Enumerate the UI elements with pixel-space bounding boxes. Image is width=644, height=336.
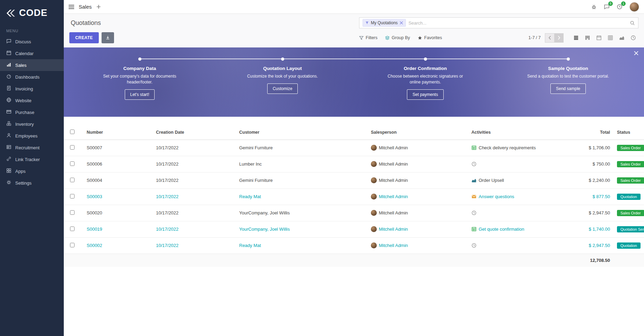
clock-icon	[471, 161, 477, 167]
search-input[interactable]	[408, 20, 627, 26]
grand-total: 12,708.50	[590, 258, 610, 263]
column-header-total[interactable]: Total	[572, 125, 613, 140]
main-content: Sales 5 1 Quotations	[64, 0, 644, 336]
kanban-view-button[interactable]	[582, 33, 593, 43]
status-badge: Sales Order	[617, 177, 644, 184]
menu-section-label: MENU	[0, 24, 64, 36]
onboarding-step-sample-quotation: Sample Quotation Send a quotation to tes…	[497, 58, 639, 100]
quotations-table: Number Creation Date Customer Salesperso…	[64, 125, 644, 267]
search-icon[interactable]	[630, 20, 635, 26]
sidebar-item-inventory[interactable]: Inventory	[0, 118, 64, 130]
row-checkbox[interactable]	[70, 243, 75, 247]
status-badge: Quotation Sent	[617, 226, 644, 232]
table-row[interactable]: S00020 10/17/2022 YourCompany, Joel Will…	[64, 205, 644, 221]
salesperson-avatar	[371, 242, 377, 248]
pager-next-button[interactable]	[554, 33, 564, 43]
salesperson-avatar	[371, 177, 377, 183]
activity-view-icon	[630, 35, 636, 41]
sidebar-item-settings[interactable]: Settings	[0, 177, 64, 189]
quotations-list: Number Creation Date Customer Salesperso…	[64, 117, 644, 267]
table-row[interactable]: S00003 10/17/2022 Ready Mat Mitchell Adm…	[64, 188, 644, 205]
column-header-number[interactable]: Number	[83, 125, 153, 140]
user-avatar[interactable]	[629, 2, 639, 12]
send-sample-button[interactable]: Send sample	[550, 83, 586, 94]
row-checkbox[interactable]	[70, 194, 75, 198]
table-row[interactable]: S00004 10/17/2022 Gemini Furniture Mitch…	[64, 172, 644, 188]
badge-icon	[6, 144, 11, 151]
table-row[interactable]: S00019 10/17/2022 YourCompany, Joel Will…	[64, 221, 644, 237]
status-badge: Sales Order	[617, 161, 644, 167]
boxes-icon	[6, 121, 11, 127]
salesperson-avatar	[371, 145, 377, 151]
search-facet[interactable]: My Quotations	[363, 19, 406, 27]
row-checkbox[interactable]	[70, 178, 75, 182]
row-checkbox[interactable]	[70, 161, 75, 166]
link-icon	[6, 156, 11, 162]
column-header-activities[interactable]: Activities	[468, 125, 572, 140]
select-all-checkbox[interactable]	[70, 130, 75, 134]
sidebar-item-link-tracker[interactable]: Link Tracker	[0, 153, 64, 165]
list-view-icon	[573, 35, 579, 41]
sidebar: CODE MENU Discuss Calendar Sales Dashboa…	[0, 0, 64, 336]
sidebar-item-apps[interactable]: Apps	[0, 165, 64, 177]
pivot-view-icon	[608, 35, 613, 41]
sidebar-item-employees[interactable]: Employees	[0, 130, 64, 142]
filters-button[interactable]: Filters	[359, 35, 377, 40]
create-button[interactable]: CREATE	[69, 32, 99, 43]
column-header-status[interactable]: Status	[613, 125, 644, 140]
sidebar-item-calendar[interactable]: Calendar	[0, 47, 64, 59]
table-row[interactable]: S00002 10/17/2022 Ready Mat Mitchell Adm…	[64, 237, 644, 254]
document-icon	[6, 86, 11, 92]
pivot-view-button[interactable]	[605, 33, 616, 43]
sidebar-item-dashboards[interactable]: Dashboards	[0, 71, 64, 83]
activity-view-button[interactable]	[628, 33, 638, 43]
pager-prev-button[interactable]	[545, 33, 554, 43]
logo: CODE	[0, 0, 64, 24]
row-checkbox[interactable]	[70, 227, 75, 231]
sidebar-item-invoicing[interactable]: Invoicing	[0, 83, 64, 95]
customize-button[interactable]: Customize	[267, 83, 298, 94]
current-app-name[interactable]: Sales	[79, 4, 92, 10]
messages-icon[interactable]: 5	[604, 4, 610, 10]
table-row[interactable]: S00006 10/17/2022 Lumber Inc Mitchell Ad…	[64, 156, 644, 172]
status-badge: Quotation	[617, 242, 641, 249]
debug-bug-icon[interactable]	[591, 4, 597, 10]
sidebar-item-website[interactable]: Website	[0, 95, 64, 106]
export-button[interactable]	[102, 32, 114, 43]
favorites-button[interactable]: Favorites	[418, 35, 442, 40]
column-header-creation-date[interactable]: Creation Date	[153, 125, 236, 140]
sidebar-nav: Discuss Calendar Sales Dashboards Invoic…	[0, 36, 64, 189]
chart-icon	[471, 178, 477, 183]
status-badge: Quotation	[617, 194, 641, 200]
graph-view-button[interactable]	[616, 33, 627, 43]
funnel-icon	[359, 36, 364, 40]
sidebar-item-purchase[interactable]: Purchase	[0, 106, 64, 118]
group-by-button[interactable]: Group By	[385, 35, 410, 40]
pager-range: 1-7 / 7	[529, 35, 541, 40]
add-tab-icon[interactable]	[96, 5, 101, 9]
calendar-view-button[interactable]	[593, 33, 604, 43]
tasks-icon	[471, 145, 477, 150]
table-row[interactable]: S00007 10/17/2022 Gemini Furniture Mitch…	[64, 140, 644, 156]
view-switcher	[571, 33, 638, 43]
column-header-salesperson[interactable]: Salesperson	[367, 125, 468, 140]
kanban-view-icon	[585, 35, 590, 41]
row-checkbox[interactable]	[70, 210, 75, 215]
menu-toggle-icon[interactable]	[69, 5, 74, 9]
lets-start-button[interactable]: Let's start!	[125, 89, 155, 100]
brand-mark-icon	[6, 9, 16, 18]
set-payments-button[interactable]: Set payments	[407, 89, 443, 100]
total-sum-row: 12,708.50	[64, 254, 644, 267]
sidebar-item-recruitment[interactable]: Recruitment	[0, 142, 64, 153]
calendar-view-icon	[596, 35, 602, 41]
activities-clock-icon[interactable]: 1	[617, 4, 623, 10]
sidebar-item-sales[interactable]: Sales	[0, 59, 64, 71]
sidebar-item-discuss[interactable]: Discuss	[0, 36, 64, 47]
search-bar[interactable]: My Quotations	[359, 17, 638, 28]
row-checkbox[interactable]	[70, 145, 75, 150]
onboarding-step-company-data: Company Data Set your company's data for…	[68, 58, 211, 100]
list-view-button[interactable]	[571, 33, 581, 43]
salesperson-avatar	[371, 210, 377, 216]
remove-facet-icon[interactable]	[400, 21, 403, 25]
column-header-customer[interactable]: Customer	[236, 125, 367, 140]
